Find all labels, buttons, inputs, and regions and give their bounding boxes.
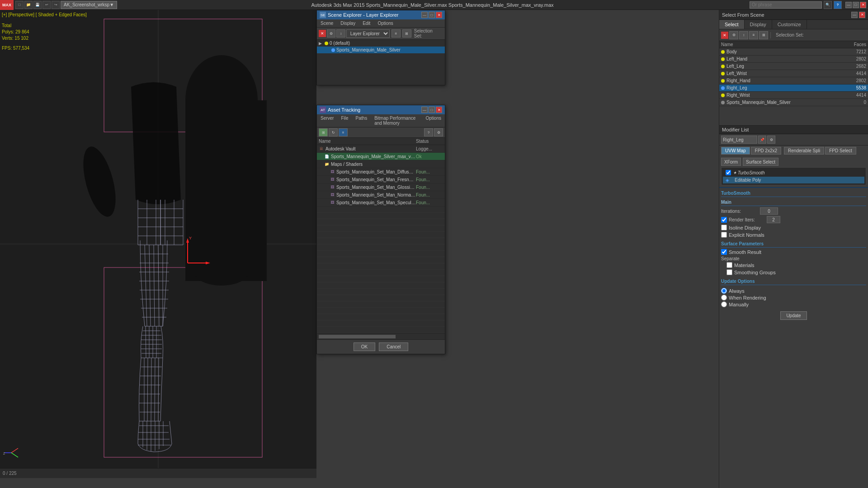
scene-explorer-titlebar[interactable]: SE Scene Explorer - Layer Explorer — □ ✕ <box>317 10 445 19</box>
update-button[interactable]: Update <box>780 311 807 320</box>
new-btn[interactable]: □ <box>15 1 24 9</box>
xform-label-btn[interactable]: XForm <box>721 158 741 166</box>
menu-options[interactable]: Options <box>374 19 396 27</box>
asset-name-glossiness: Sports_Mannequin_Set_Man_Glossiness.png <box>336 185 416 190</box>
materials-checkbox[interactable] <box>726 262 732 268</box>
mod-item-turbosmooth[interactable]: ✦ TurboSmooth <box>723 169 864 176</box>
undo-btn[interactable]: ↩ <box>42 1 51 9</box>
asset-row-fresnel[interactable]: 🖼 Sports_Mannequin_Set_Man_Fresnel.png F… <box>317 176 445 183</box>
tab-renderable[interactable]: Renderable Spli <box>784 147 824 155</box>
when-rendering-radio[interactable] <box>721 295 727 300</box>
close-btn[interactable]: ✕ <box>860 2 866 8</box>
asset-minimize[interactable]: — <box>421 107 428 113</box>
redo-btn[interactable]: ↪ <box>52 1 60 9</box>
turbosmooth-checkbox[interactable] <box>726 170 731 175</box>
sel-item-mannequin[interactable]: Sports_Mannequin_Male_Silver 0 <box>719 99 868 106</box>
tree-item-default-layer[interactable]: ▶ 0 (default) <box>317 40 445 47</box>
scene-explorer-maximize[interactable]: □ <box>429 12 435 18</box>
manually-radio[interactable] <box>721 301 727 307</box>
menu-display[interactable]: Display <box>337 19 359 27</box>
asset-status-specular: Foun... <box>416 200 443 205</box>
menu-edit[interactable]: Edit <box>359 19 374 27</box>
minimize-btn[interactable]: — <box>845 2 852 8</box>
maximize-btn[interactable]: □ <box>853 2 859 8</box>
help-icon[interactable]: ? <box>834 1 842 9</box>
sel-item-body[interactable]: Body 7212 <box>719 48 868 56</box>
scene-panel-close[interactable]: ✕ <box>859 12 865 18</box>
asset-tool-vault[interactable]: ⊞ <box>319 128 328 136</box>
smoothing-groups-checkbox[interactable] <box>726 269 732 275</box>
scene-tool2[interactable]: ↕ <box>739 31 748 39</box>
mod-settings-btn[interactable]: ⚙ <box>767 136 775 144</box>
scene-explorer-minimize[interactable]: — <box>421 12 428 18</box>
sel-item-left-wrist[interactable]: Left_Wrist 4414 <box>719 70 868 77</box>
scene-tool4[interactable]: ⊞ <box>759 31 768 39</box>
file-name-btn[interactable]: AK_Screenshot_wrksp▼ <box>61 1 117 9</box>
mod-pin-btn[interactable]: 📌 <box>758 136 766 144</box>
asset-menu-options[interactable]: Options <box>422 114 445 127</box>
asset-row-glossiness[interactable]: 🖼 Sports_Mannequin_Set_Man_Glossiness.pn… <box>317 183 445 191</box>
search-input[interactable] <box>750 1 822 9</box>
tab-fpd-select[interactable]: FPD Select <box>825 147 856 155</box>
tab-select[interactable]: Select <box>719 20 745 29</box>
scene-panel-minimize[interactable]: — <box>851 12 858 18</box>
toolbar-close-x[interactable]: ✕ <box>319 30 326 37</box>
asset-menu-server[interactable]: Server <box>317 114 337 127</box>
render-iters-input[interactable] <box>767 216 780 223</box>
asset-menu-file[interactable]: File <box>337 114 352 127</box>
tab-uvw-map[interactable]: UVW Map <box>721 147 750 155</box>
asset-row-normal[interactable]: 🖼 Sports_Mannequin_Set_Man_Normal.png Fo… <box>317 191 445 199</box>
asset-row-max[interactable]: 📄 Sports_Mannequin_Male_Silver_max_vray.… <box>317 153 445 160</box>
right-hand-count: 2802 <box>839 78 866 83</box>
sel-item-right-hand[interactable]: Right_Hand 2802 <box>719 77 868 84</box>
layer-icon-btn[interactable]: ≡ <box>392 29 401 38</box>
iterations-input[interactable] <box>760 207 778 215</box>
scene-tool1[interactable]: ⚙ <box>729 31 738 39</box>
viewport-canvas[interactable]: Y Z <box>0 10 316 478</box>
render-iters-checkbox[interactable] <box>721 217 727 223</box>
always-radio[interactable] <box>721 288 727 294</box>
sel-item-right-wrist[interactable]: Right_Wrist 4414 <box>719 92 868 99</box>
layer-dropdown[interactable]: Layer Explorer <box>346 29 390 38</box>
asset-ok-btn[interactable]: OK <box>354 343 375 351</box>
asset-cancel-btn[interactable]: Cancel <box>379 343 408 351</box>
asset-tool-settings[interactable]: ⚙ <box>434 128 443 136</box>
layer-icon-btn2[interactable]: ⊞ <box>402 29 411 38</box>
toolbar-filter-btn[interactable]: ⚙ <box>327 29 336 38</box>
tab-display[interactable]: Display <box>745 20 772 29</box>
scene-explorer-close[interactable]: ✕ <box>436 12 442 18</box>
save-btn[interactable]: 💾 <box>33 1 42 9</box>
scene-close-x[interactable]: ✕ <box>721 32 728 39</box>
asset-tool-active[interactable]: ≡ <box>339 128 348 136</box>
asset-row-specular[interactable]: 🖼 Sports_Mannequin_Set_Man_Specular.png … <box>317 199 445 206</box>
asset-close[interactable]: ✕ <box>436 107 442 113</box>
isoline-checkbox[interactable] <box>721 225 727 230</box>
asset-tool-refresh[interactable]: ↻ <box>329 128 338 136</box>
viewport-label: [+] [Perspective] [ Shaded + Edged Faces… <box>2 12 87 18</box>
search-icon[interactable]: 🔍 <box>824 1 832 9</box>
menu-scene[interactable]: Scene <box>317 19 337 27</box>
asset-tracking-titlebar[interactable]: AT Asset Tracking — □ ✕ <box>317 105 445 114</box>
object-name-field[interactable] <box>721 136 757 144</box>
asset-menu-bitmap[interactable]: Bitmap Performance and Memory <box>371 114 422 127</box>
smooth-result-checkbox[interactable] <box>721 249 727 255</box>
sel-item-right-leg[interactable]: Right_Leg 5538 <box>719 84 868 92</box>
asset-maximize[interactable]: □ <box>429 107 435 113</box>
open-btn[interactable]: 📁 <box>24 1 33 9</box>
tree-item-mannequin[interactable]: Sports_Mannequin_Male_Silver <box>317 47 445 53</box>
asset-menu-paths[interactable]: Paths <box>352 114 371 127</box>
asset-tool-help[interactable]: ? <box>424 128 433 136</box>
asset-row-vault[interactable]: 🏛 Autodesk Vault Logge... <box>317 145 445 153</box>
sel-item-left-hand[interactable]: Left_Hand 2802 <box>719 56 868 63</box>
mod-item-editable-poly[interactable]: ◈ Editable Poly <box>723 177 864 183</box>
tab-fpd[interactable]: FPD 2x2x2 <box>751 147 781 155</box>
surface-select-btn[interactable]: Surface Select <box>743 158 778 166</box>
toolbar-icon-btn2[interactable]: ↕ <box>336 29 345 38</box>
asset-scrollbar[interactable] <box>317 333 445 339</box>
scene-tool3[interactable]: ≡ <box>749 31 758 39</box>
tab-customize[interactable]: Customize <box>772 20 807 29</box>
sel-item-left-leg[interactable]: Left_Leg 2682 <box>719 63 868 70</box>
asset-row-maps[interactable]: 📁 Maps / Shaders <box>317 160 445 168</box>
asset-row-diffuse[interactable]: 🖼 Sports_Mannequin_Set_Man_Diffuse.png F… <box>317 168 445 176</box>
explicit-normals-checkbox[interactable] <box>721 232 727 238</box>
